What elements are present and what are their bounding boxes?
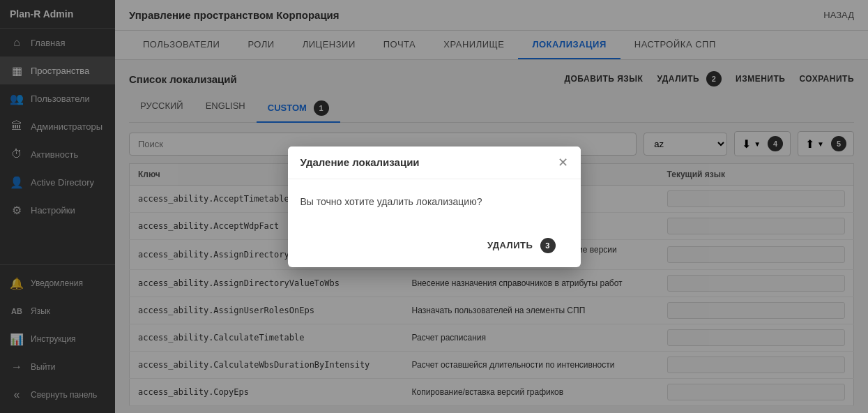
- modal-header: Удаление локализации ✕: [288, 147, 581, 179]
- modal-overlay: Удаление локализации ✕ Вы точно хотите у…: [0, 0, 868, 413]
- modal-close-button[interactable]: ✕: [558, 156, 568, 169]
- callout-3: 3: [540, 238, 556, 253]
- modal-body-text: Вы точно хотите удалить локализацию?: [300, 196, 482, 207]
- delete-modal: Удаление локализации ✕ Вы точно хотите у…: [288, 147, 581, 267]
- modal-body: Вы точно хотите удалить локализацию?: [288, 179, 581, 224]
- modal-footer: УДАЛИТЬ 3: [288, 224, 581, 267]
- modal-confirm-delete-button[interactable]: УДАЛИТЬ 3: [475, 232, 568, 259]
- modal-title: Удаление локализации: [300, 156, 420, 168]
